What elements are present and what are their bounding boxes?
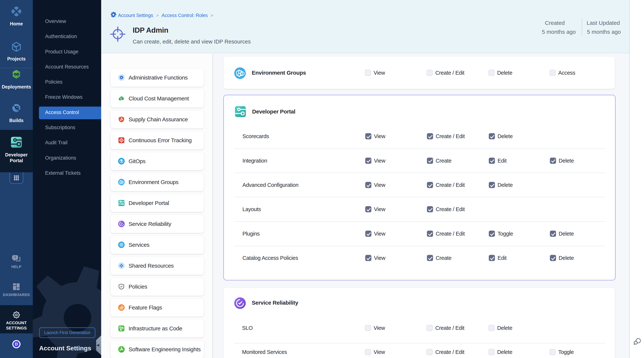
svg-text:$: $	[120, 97, 122, 100]
svg-text:?: ?	[14, 256, 16, 259]
